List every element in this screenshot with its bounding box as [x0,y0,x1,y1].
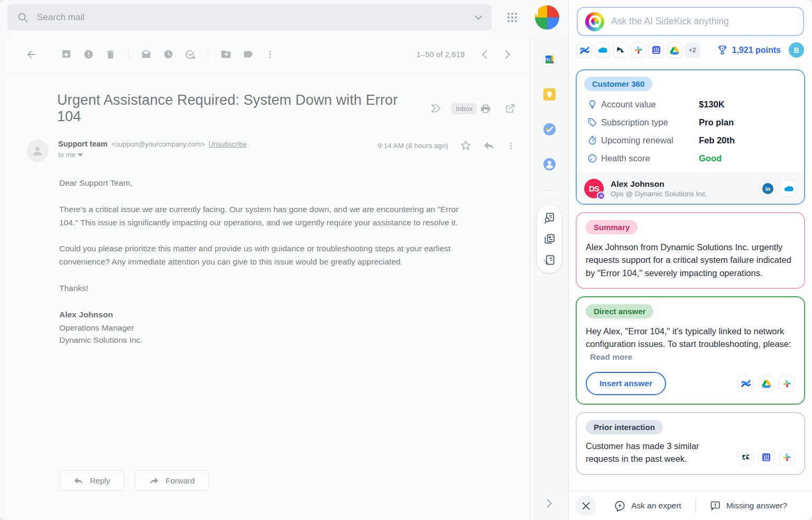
contact-name: Alex Johnson [611,179,755,189]
more-apps-count: +2 [689,47,696,54]
tasks-icon[interactable] [539,118,560,140]
prior-interaction-card: Prior interaction Customer has made 3 si… [576,412,805,475]
slack-icon[interactable] [631,42,646,58]
prior-interaction-text: Customer has made 3 similar requests in … [586,440,733,466]
avatar-initial: B [793,46,799,54]
close-icon[interactable] [576,496,596,516]
snooze-icon[interactable] [157,43,179,66]
reply-button[interactable]: Reply [59,470,124,491]
zendesk-icon[interactable] [613,42,628,58]
confluence-source-icon[interactable] [737,376,754,392]
open-in-new-icon[interactable] [505,103,515,114]
move-to-icon[interactable] [215,43,237,66]
sidekick-cards: Customer 360 Account value $130K [569,62,812,491]
body-paragraph: Dear Support Team, [59,177,466,190]
health-score-row: Health score Good [587,153,793,163]
pagination-count: 1–50 of 2,619 [417,50,465,59]
row-value: Pro plan [699,117,734,127]
linkedin-icon[interactable]: in [760,180,776,197]
salesforce-icon[interactable] [595,42,610,58]
insert-answer-button[interactable]: Insert answer [586,372,666,395]
points-counter[interactable]: 1,921 points [717,44,781,56]
prior-interaction-badge: Prior interaction [586,420,663,434]
gmail-region: 1–50 of 2,619 Urgent Assistance Required… [0,0,568,520]
google-drive-source-icon[interactable] [758,376,774,392]
ai-compose-icon[interactable] [543,254,556,266]
sidekick-logo-icon [585,12,604,31]
customer-360-badge: Customer 360 [584,77,652,91]
important-label-icon[interactable] [430,104,442,113]
svg-text:31: 31 [546,57,550,61]
body-paragraph: Could you please prioritize this matter … [59,242,466,269]
salesforce-contact-icon[interactable] [780,180,797,197]
sidekick-footer: Ask an expert Missing answer? [569,491,812,520]
unsubscribe-link[interactable]: Unsubscribe [208,140,246,148]
copy-docs-icon[interactable] [543,233,556,245]
archive-icon[interactable] [55,43,77,66]
reply-label: Reply [90,476,110,485]
confluence-icon[interactable] [577,42,592,58]
read-more-link[interactable]: Read more [590,352,632,361]
row-value: Feb 20th [699,135,735,145]
older-chevron-icon[interactable] [500,47,515,62]
intercom-source-icon[interactable] [758,449,774,466]
row-value: $130K [699,99,725,110]
recipient-line[interactable]: to me [58,151,377,159]
mail-search-bar[interactable] [7,4,492,31]
add-to-tasks-icon[interactable] [179,43,201,66]
lightbulb-icon [587,99,601,110]
search-input[interactable] [37,12,475,23]
slack-source-icon[interactable] [779,449,795,466]
star-icon[interactable] [460,140,472,151]
missing-answer-label: Missing answer? [726,501,787,510]
delete-icon[interactable] [99,43,122,66]
intercom-icon[interactable] [649,42,664,58]
user-avatar[interactable] [535,5,559,30]
apps-grid-icon[interactable] [501,6,523,29]
ask-ai-bar[interactable] [577,7,804,36]
missing-answer-button[interactable]: Missing answer? [709,500,787,512]
label-icon[interactable] [237,43,259,66]
search-docs-icon[interactable] [543,212,556,224]
message-more-icon[interactable] [506,141,515,150]
missing-answer-icon [709,500,721,512]
ask-expert-button[interactable]: Ask an expert [614,500,681,512]
search-options-caret-icon[interactable] [475,15,482,20]
reply-icon[interactable] [483,141,495,151]
back-arrow-icon[interactable] [20,43,42,66]
ask-ai-input[interactable] [611,16,796,27]
google-side-strip: 31 [530,35,568,520]
summary-badge: Summary [586,220,638,234]
more-apps-badge[interactable]: +2 [685,42,700,58]
mark-unread-icon[interactable] [135,43,157,66]
contacts-icon[interactable] [539,153,560,175]
report-spam-icon[interactable] [77,43,99,66]
app-window: 1–50 of 2,619 Urgent Assistance Required… [0,0,812,520]
more-options-icon[interactable] [259,43,281,66]
gauge-icon [587,153,601,163]
calendar-icon[interactable]: 31 [539,49,560,70]
body-paragraph: There's a critical issue we are currentl… [59,203,466,230]
sender-avatar [26,140,49,162]
row-label: Upcoming renewal [601,135,699,145]
print-icon[interactable] [480,103,491,114]
sidekick-user-avatar[interactable]: B [789,42,804,58]
ai-sidekick-panel: +2 1,921 points B Cust [568,0,812,520]
direct-answer-text: Hey Alex, "Error 104," it's typically li… [586,326,791,349]
slack-source-icon[interactable] [779,376,795,392]
contact-role: Ops @ Dynamic Solutions Inc. [611,190,755,198]
newer-chevron-icon[interactable] [476,47,492,62]
email-timestamp: 9:14 AM (8 hours ago) [377,142,448,150]
google-drive-icon[interactable] [667,42,682,58]
sidekick-tools-pill [537,205,561,273]
contact-footer: DS A Alex Johnson Ops @ Dynamic Solution… [577,173,804,204]
row-label: Health score [601,153,699,163]
zendesk-source-icon[interactable] [737,449,754,466]
company-logo-badge: A [597,191,605,200]
inbox-label-chip[interactable]: Inbox [451,103,477,114]
forward-button[interactable]: Forward [135,470,209,491]
trophy-icon [717,44,728,56]
gmail-topbar [0,0,568,35]
keep-icon[interactable] [539,84,560,105]
collapse-panel-chevron-icon[interactable] [546,498,552,508]
